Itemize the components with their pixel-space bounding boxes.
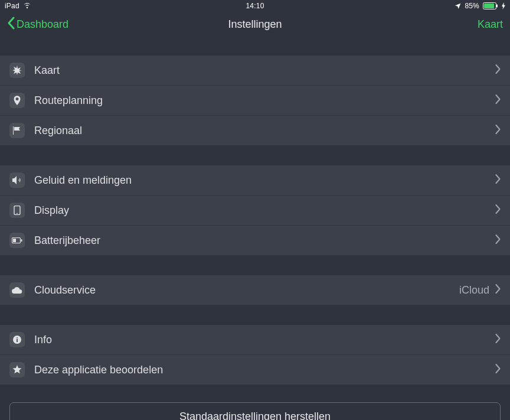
chevron-right-icon bbox=[495, 174, 501, 186]
settings-row-geluid[interactable]: Geluid en meldingen bbox=[0, 165, 510, 195]
row-label: Deze applicatie beoordelen bbox=[34, 364, 495, 376]
device-icon bbox=[9, 203, 25, 218]
clock: 14:10 bbox=[246, 2, 264, 10]
settings-list: Kaart Routeplanning Regionaal Geluid en … bbox=[0, 38, 510, 420]
chevron-right-icon bbox=[495, 204, 501, 216]
chevron-right-icon bbox=[495, 125, 501, 136]
section-gap bbox=[0, 145, 510, 165]
settings-row-info[interactable]: Info bbox=[0, 325, 510, 354]
settings-row-beoordelen[interactable]: Deze applicatie beoordelen bbox=[0, 355, 510, 385]
settings-row-display[interactable]: Display bbox=[0, 196, 510, 225]
page-title: Instellingen bbox=[228, 18, 282, 30]
row-label: Routeplanning bbox=[34, 95, 495, 107]
chevron-right-icon bbox=[495, 284, 501, 296]
svg-rect-9 bbox=[17, 339, 18, 342]
svg-point-4 bbox=[17, 213, 18, 214]
info-icon bbox=[9, 332, 25, 347]
chevron-right-icon bbox=[495, 64, 501, 76]
charging-icon bbox=[502, 2, 505, 9]
section-gap bbox=[0, 305, 510, 325]
row-label: Geluid en meldingen bbox=[34, 174, 495, 187]
svg-rect-7 bbox=[13, 239, 16, 242]
reset-button-label: Standaardinstellingen herstellen bbox=[179, 411, 331, 421]
svg-rect-10 bbox=[17, 337, 18, 338]
navigation-bar: Dashboard Instellingen Kaart bbox=[0, 12, 510, 38]
cloud-icon bbox=[9, 282, 25, 298]
nav-right-label: Kaart bbox=[478, 18, 503, 30]
chevron-right-icon bbox=[495, 364, 501, 376]
flag-icon bbox=[9, 123, 25, 138]
row-label: Batterijbeheer bbox=[34, 235, 495, 247]
status-bar: iPad 14:10 85% bbox=[0, 0, 510, 12]
row-label: Kaart bbox=[34, 64, 495, 77]
row-label: Regionaal bbox=[34, 125, 495, 137]
settings-row-kaart[interactable]: Kaart bbox=[0, 56, 510, 85]
speaker-icon bbox=[9, 172, 25, 188]
settings-row-routeplanning[interactable]: Routeplanning bbox=[0, 86, 510, 115]
battery-percent: 85% bbox=[465, 2, 479, 10]
location-icon bbox=[455, 3, 461, 9]
pin-icon bbox=[9, 93, 25, 108]
star-icon bbox=[9, 362, 25, 377]
compass-star-icon bbox=[9, 63, 25, 78]
wifi-icon bbox=[23, 3, 31, 9]
nav-right-button[interactable]: Kaart bbox=[478, 18, 503, 31]
back-label: Dashboard bbox=[17, 18, 68, 31]
chevron-right-icon bbox=[495, 235, 501, 246]
section-gap bbox=[0, 38, 510, 56]
back-button[interactable]: Dashboard bbox=[7, 17, 68, 32]
row-label: Info bbox=[34, 334, 495, 346]
battery-status-icon bbox=[483, 2, 498, 9]
section-gap bbox=[0, 255, 510, 275]
chevron-left-icon bbox=[7, 17, 15, 32]
settings-row-cloudservice[interactable]: Cloudservice iCloud bbox=[0, 275, 510, 305]
chevron-right-icon bbox=[495, 95, 501, 106]
row-detail: iCloud bbox=[459, 284, 489, 297]
battery-icon bbox=[9, 233, 25, 248]
svg-rect-6 bbox=[21, 239, 22, 242]
reset-defaults-button[interactable]: Standaardinstellingen herstellen bbox=[9, 402, 501, 420]
svg-rect-2 bbox=[496, 5, 498, 8]
settings-row-batterij[interactable]: Batterijbeheer bbox=[0, 226, 510, 255]
row-label: Display bbox=[34, 204, 495, 217]
settings-row-regionaal[interactable]: Regionaal bbox=[0, 116, 510, 145]
row-label: Cloudservice bbox=[34, 284, 459, 297]
device-label: iPad bbox=[5, 2, 19, 10]
chevron-right-icon bbox=[495, 334, 501, 346]
svg-rect-1 bbox=[484, 4, 494, 8]
